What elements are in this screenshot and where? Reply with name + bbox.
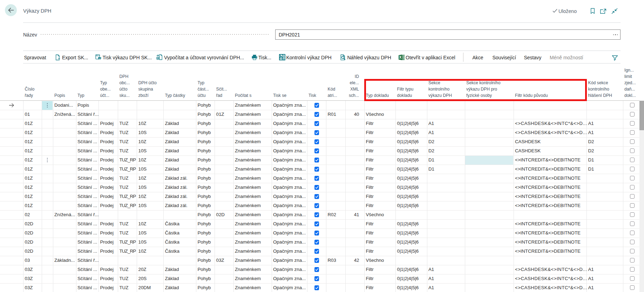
svg-text:X: X — [399, 55, 401, 59]
